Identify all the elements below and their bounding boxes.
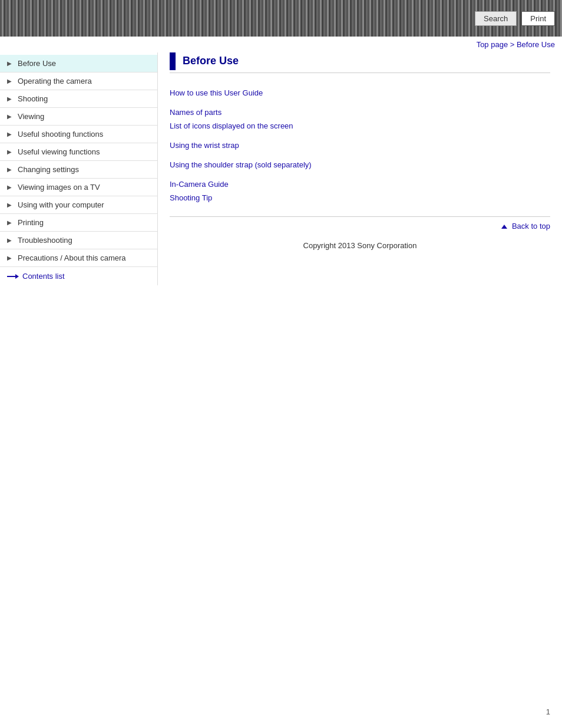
main-layout: ▶Before Use▶Operating the camera▶Shootin…: [0, 52, 562, 297]
search-button[interactable]: Search: [475, 11, 517, 26]
sidebar-item-using-computer[interactable]: ▶Using with your computer: [0, 196, 157, 214]
breadcrumb-current: Before Use: [517, 40, 555, 49]
breadcrumb-top-page[interactable]: Top page: [477, 40, 508, 49]
content-group-parts-group: Names of partsList of icons displayed on…: [170, 108, 550, 130]
page-number: 1: [546, 707, 550, 716]
sidebar-item-viewing-tv[interactable]: ▶Viewing images on a TV: [0, 179, 157, 196]
contents-list-arrow-icon: [7, 274, 19, 279]
sidebar-item-precautions[interactable]: ▶Precautions / About this camera: [0, 249, 157, 267]
section-accent-bar: [170, 52, 176, 70]
sidebar-arrow-icon-printing: ▶: [7, 219, 14, 226]
contents-list-link[interactable]: Contents list: [0, 267, 157, 285]
print-button[interactable]: Print: [521, 11, 555, 26]
sidebar-item-label-troubleshooting: Troubleshooting: [18, 236, 72, 245]
sidebar-item-useful-shooting[interactable]: ▶Useful shooting functions: [0, 126, 157, 143]
content-link-how-to-use[interactable]: How to use this User Guide: [170, 88, 550, 97]
sidebar-item-label-shooting: Shooting: [18, 94, 48, 103]
back-to-top-label: Back to top: [512, 222, 550, 230]
content-group-shoulder-strap-group: Using the shoulder strap (sold separatel…: [170, 160, 550, 169]
content-group-user-guide-group: How to use this User Guide: [170, 88, 550, 97]
sidebar-item-label-precautions: Precautions / About this camera: [18, 253, 126, 262]
sidebar-arrow-icon-using-computer: ▶: [7, 202, 14, 208]
sidebar-item-label-changing-settings: Changing settings: [18, 165, 79, 174]
sidebar-item-before-use[interactable]: ▶Before Use: [0, 55, 157, 73]
sidebar-item-troubleshooting[interactable]: ▶Troubleshooting: [0, 232, 157, 249]
sidebar-item-shooting[interactable]: ▶Shooting: [0, 90, 157, 108]
header-bar: Search Print: [0, 0, 562, 37]
sidebar-item-printing[interactable]: ▶Printing: [0, 214, 157, 232]
sidebar-item-label-before-use: Before Use: [18, 59, 56, 68]
contents-list-label: Contents list: [22, 272, 65, 281]
sidebar-item-label-useful-viewing: Useful viewing functions: [18, 147, 100, 156]
content-area: Before Use How to use this User GuideNam…: [158, 52, 562, 285]
content-link-in-camera-guide[interactable]: In-Camera Guide: [170, 180, 550, 189]
sidebar-item-viewing[interactable]: ▶Viewing: [0, 108, 157, 126]
sidebar-item-useful-viewing[interactable]: ▶Useful viewing functions: [0, 143, 157, 161]
content-link-wrist-strap[interactable]: Using the wrist strap: [170, 141, 550, 150]
sidebar-item-label-useful-shooting: Useful shooting functions: [18, 130, 103, 139]
section-header: Before Use: [170, 52, 550, 73]
content-link-shooting-tip[interactable]: Shooting Tip: [170, 193, 550, 202]
sidebar-arrow-icon-viewing-tv: ▶: [7, 184, 14, 190]
sidebar-arrow-icon-precautions: ▶: [7, 255, 14, 261]
content-group-guide-group: In-Camera GuideShooting Tip: [170, 180, 550, 202]
sidebar-item-label-operating-camera: Operating the camera: [18, 77, 92, 85]
content-group-strap-group: Using the wrist strap: [170, 141, 550, 150]
sidebar-item-label-using-computer: Using with your computer: [18, 200, 104, 209]
copyright: Copyright 2013 Sony Corporation: [170, 235, 550, 250]
sidebar-arrow-icon-troubleshooting: ▶: [7, 237, 14, 243]
sidebar-arrow-icon-before-use: ▶: [7, 60, 14, 67]
content-link-list-of-icons[interactable]: List of icons displayed on the screen: [170, 121, 550, 130]
content-link-shoulder-strap[interactable]: Using the shoulder strap (sold separatel…: [170, 160, 550, 169]
triangle-up-icon: [501, 225, 507, 229]
sidebar-item-label-viewing: Viewing: [18, 112, 44, 121]
sidebar-arrow-icon-operating-camera: ▶: [7, 78, 14, 84]
sidebar-item-changing-settings[interactable]: ▶Changing settings: [0, 161, 157, 179]
sidebar-arrow-icon-shooting: ▶: [7, 95, 14, 102]
sidebar-arrow-icon-useful-shooting: ▶: [7, 131, 14, 137]
back-to-top: Back to top: [170, 216, 550, 235]
back-to-top-link[interactable]: Back to top: [501, 222, 550, 230]
sidebar-arrow-icon-viewing: ▶: [7, 113, 14, 120]
content-link-names-of-parts[interactable]: Names of parts: [170, 108, 550, 117]
sidebar-item-label-printing: Printing: [18, 218, 44, 227]
breadcrumb: Top page > Before Use: [0, 37, 562, 52]
sidebar-arrow-icon-changing-settings: ▶: [7, 166, 14, 173]
content-links: How to use this User GuideNames of parts…: [170, 85, 550, 216]
sidebar-arrow-icon-useful-viewing: ▶: [7, 149, 14, 155]
section-title: Before Use: [183, 52, 239, 70]
sidebar: ▶Before Use▶Operating the camera▶Shootin…: [0, 52, 158, 285]
sidebar-item-label-viewing-tv: Viewing images on a TV: [18, 183, 100, 192]
sidebar-item-operating-camera[interactable]: ▶Operating the camera: [0, 73, 157, 90]
